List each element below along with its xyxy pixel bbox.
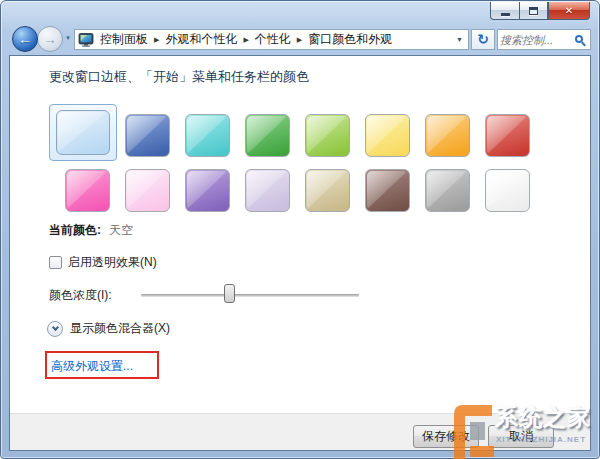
current-color-value: 天空: [109, 223, 133, 237]
color-chip: [185, 114, 230, 157]
color-intensity-slider-track[interactable]: [141, 294, 359, 297]
color-swatch-ruby[interactable]: [485, 114, 530, 157]
color-swatch-twilight[interactable]: [125, 114, 170, 157]
close-icon: ✕: [565, 5, 573, 16]
page-title: 更改窗口边框、「开始」菜单和任务栏的颜色: [49, 68, 309, 86]
breadcrumb-item-2[interactable]: 个性化: [253, 31, 293, 48]
color-swatch-sky[interactable]: [49, 104, 117, 161]
color-swatch-leaf[interactable]: [245, 114, 290, 157]
transparency-row: 启用透明效果(N): [49, 254, 157, 271]
close-button[interactable]: ✕: [548, 2, 590, 20]
address-dropdown-button[interactable]: ▼: [451, 30, 468, 49]
color-chip: [485, 114, 530, 157]
color-chip: [185, 169, 230, 212]
breadcrumb: 控制面板▶外观和个性化▶个性化▶窗口颜色和外观: [98, 31, 451, 48]
color-swatch-taupe[interactable]: [305, 169, 350, 212]
history-dropdown-icon[interactable]: ▼: [65, 35, 71, 41]
minimize-button[interactable]: [490, 2, 519, 20]
breadcrumb-separator-icon: ▶: [239, 36, 252, 44]
back-button[interactable]: ←: [12, 26, 38, 52]
search-input[interactable]: [500, 31, 572, 48]
window-color-appearance-dialog: ✕ ← → ▼ 控制: [0, 0, 600, 459]
color-swatch-fuchsia[interactable]: [65, 169, 110, 212]
color-swatch-frost[interactable]: [485, 169, 530, 212]
color-swatch-blush[interactable]: [125, 169, 170, 212]
color-intensity-label: 颜色浓度(I):: [49, 287, 112, 304]
current-color-label: 当前颜色:: [49, 223, 101, 237]
color-swatch-lavender[interactable]: [245, 169, 290, 212]
minimize-icon: [501, 13, 510, 16]
chevron-down-icon: ▼: [456, 36, 463, 43]
color-swatch-chocolate[interactable]: [365, 169, 410, 212]
search-box: [497, 29, 591, 50]
color-swatch-grass[interactable]: [305, 114, 350, 157]
color-mixer-expander[interactable]: 显示颜色混合器(X): [47, 320, 170, 337]
color-intensity-slider-thumb[interactable]: [224, 284, 235, 303]
color-chip: [305, 169, 350, 212]
color-swatch-sun[interactable]: [365, 114, 410, 157]
color-chip: [365, 169, 410, 212]
color-chip: [485, 169, 530, 212]
color-chip: [125, 169, 170, 212]
breadcrumb-item-0[interactable]: 控制面板: [98, 31, 150, 48]
color-swatch-sea[interactable]: [185, 114, 230, 157]
back-arrow-icon: ←: [18, 31, 32, 47]
search-icon: [575, 35, 583, 43]
color-swatch-row-1: [65, 114, 530, 161]
transparency-label[interactable]: 启用透明效果(N): [68, 254, 157, 271]
color-mixer-label: 显示颜色混合器(X): [70, 320, 170, 337]
expander-chevron-icon: [47, 321, 63, 337]
forward-arrow-icon: →: [43, 31, 57, 47]
save-changes-button[interactable]: 保存修改: [413, 425, 479, 448]
color-chip: [305, 114, 350, 157]
refresh-icon: ↻: [477, 31, 489, 47]
refresh-button[interactable]: ↻: [471, 29, 495, 50]
color-chip: [125, 114, 170, 157]
color-chip: [65, 169, 110, 212]
breadcrumb-item-3[interactable]: 窗口颜色和外观: [306, 31, 394, 48]
personalization-monitor-icon: [78, 33, 94, 47]
maximize-button[interactable]: [519, 2, 548, 20]
breadcrumb-separator-icon: ▶: [293, 36, 306, 44]
transparency-checkbox[interactable]: [49, 256, 62, 269]
color-chip: [425, 114, 470, 157]
cancel-button[interactable]: 取消: [488, 425, 554, 448]
color-swatch-pumpkin[interactable]: [425, 114, 470, 157]
color-swatch-violet[interactable]: [185, 169, 230, 212]
advanced-appearance-link[interactable]: 高级外观设置...: [51, 358, 133, 375]
maximize-icon: [529, 7, 538, 15]
forward-button[interactable]: →: [37, 26, 63, 52]
breadcrumb-item-1[interactable]: 外观和个性化: [163, 31, 239, 48]
breadcrumb-separator-icon: ▶: [150, 36, 163, 44]
window-controls: ✕: [490, 2, 590, 20]
address-bar[interactable]: 控制面板▶外观和个性化▶个性化▶窗口颜色和外观 ▼: [74, 29, 469, 50]
color-chip: [365, 114, 410, 157]
color-chip: [245, 169, 290, 212]
color-swatch-row-2: [65, 169, 530, 212]
color-swatch-slate[interactable]: [425, 169, 470, 212]
color-chip: [56, 110, 110, 155]
current-color: 当前颜色: 天空: [49, 222, 133, 239]
color-chip: [425, 169, 470, 212]
color-chip: [245, 114, 290, 157]
